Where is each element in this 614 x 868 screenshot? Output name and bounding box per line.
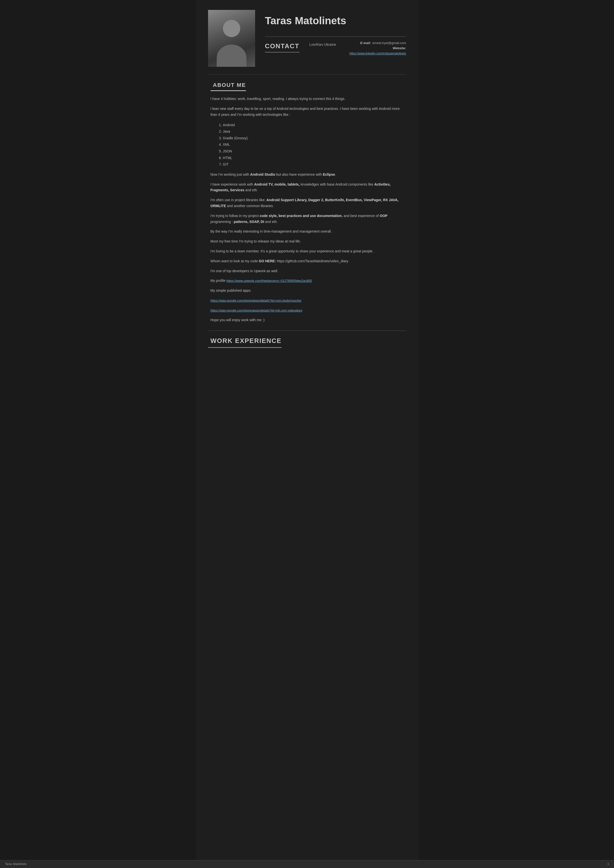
list-item: Gradle (Groovy) [223,135,406,141]
about-p4: I have experience work with Android TV, … [210,181,406,194]
resume-page: Taras Matolinets CONTACT Lviv/Kiev Ukrai… [196,0,418,868]
about-p5-pre: I'm often use in project libraries like: [210,198,266,202]
list-item: Java [223,128,406,135]
website-link[interactable]: https://www.linkedin.com/in/tarasmatolin… [350,52,406,55]
about-p3-mid: but also have experience with [275,172,323,177]
about-p3: Now I'm working just with Android Studio… [210,172,406,178]
avatar [208,10,255,67]
header-section: Taras Matolinets CONTACT Lviv/Kiev Ukrai… [208,10,406,67]
about-me-heading: ABOUT ME [210,81,246,91]
contact-location: Lviv/Kiev Ukraine [309,40,340,47]
about-p13: My simple published apps: [210,288,406,294]
about-p3-pre: Now I'm working just with [210,172,250,177]
website-link-row: https://www.linkedin.com/in/tarasmatolin… [350,51,406,56]
about-p12: My profile https://www.upwork.com/freela… [210,278,406,284]
about-p4-bold1: Android TV, mobile, tablets, [254,182,300,186]
about-p7: By the way I'm really interesting in tim… [210,229,406,234]
about-p11: I'm one of top developers in Upwork as w… [210,268,406,274]
about-p5: I'm often use in project libraries like:… [210,197,406,209]
about-p6-bold1: code style, best practices and use docum… [260,214,342,218]
email-row: E-mail: ernest.hyst@gmail.com [350,40,406,46]
about-p10-url: https://github.com/TarasMatolinets/video… [276,259,349,263]
list-item: Android [223,122,406,129]
work-experience-section: WORK EXPERIENCE [208,330,406,348]
footer-page: 1 [607,862,609,866]
contact-row: CONTACT Lviv/Kiev Ukraine E-mail: ernest… [265,36,406,56]
about-p12-pre: My profile [210,279,227,282]
about-p1: I have 4 hobbies: work, travelling, spor… [210,96,406,102]
upwork-link[interactable]: https://www.upwork.com/freelancers/~0127… [226,279,312,282]
about-p10-bold: GO HERE: [259,259,276,263]
about-p8: Most my free time I'm trying to release … [210,239,406,245]
play-link-1[interactable]: https://play.google.com/store/apps/detai… [210,299,302,302]
about-p6-end: programming : [210,220,234,224]
about-p3-eclipse: Eclipse [323,172,335,177]
about-p2: I lean new staff every day to be on a to… [210,106,406,118]
about-p10: Whom want to look at my code GO HERE: ht… [210,258,406,264]
about-p4-mid: knowledges with base Android components … [300,182,374,186]
header-right: Taras Matolinets CONTACT Lviv/Kiev Ukrai… [265,10,406,56]
about-p4-end: and eth. [244,188,258,192]
work-experience-heading: WORK EXPERIENCE [208,336,281,348]
person-name: Taras Matolinets [265,12,406,29]
about-p6-end2: and eth. [264,220,278,224]
about-p3-end: . [335,172,336,177]
about-p6-bold2: OOP [380,214,387,218]
about-p9: I'm loving to be a team member. It's a g… [210,248,406,254]
about-p6: I'm trying to follow in my project code … [210,213,406,225]
about-p6-mid: and best experience of [343,214,380,218]
about-p15: https://play.google.com/store/apps/detai… [210,308,406,313]
contact-details: E-mail: ernest.hyst@gmail.com Website: h… [350,40,406,56]
about-p16: Hope you will enjoy work with me :) [210,317,406,323]
tech-list: Android Java Gradle (Groovy) XML JSON HT… [210,122,406,168]
email-value: ernest.hyst@gmail.com [372,40,406,46]
about-p6-bold3: patterns, SOAP, DI [234,220,264,224]
list-item: HTML [223,155,406,161]
website-label: Website: [393,46,406,50]
about-p4-pre: I have experience work with [210,182,254,186]
header-divider [208,74,406,74]
about-p10-pre: Whom want to look at my code [210,259,259,263]
email-label: E-mail: [360,40,371,46]
about-p14: https://play.google.com/store/apps/detai… [210,298,406,304]
about-p3-studio: Android Studio [250,172,275,177]
play-link-2[interactable]: https://play.google.com/store/apps/detai… [210,308,303,312]
list-item: GIT [223,161,406,168]
page-footer: Taras Matolinets 1 [0,860,614,868]
list-item: XML [223,141,406,148]
website-row: Website: [350,46,406,51]
footer-name: Taras Matolinets [5,862,26,866]
contact-label: CONTACT [265,40,300,53]
list-item: JSON [223,148,406,155]
about-p6-pre: I'm trying to follow in my project [210,214,260,218]
about-p5-end: and another common libraries. [226,204,274,208]
about-me-section: ABOUT ME I have 4 hobbies: work, travell… [208,81,406,323]
